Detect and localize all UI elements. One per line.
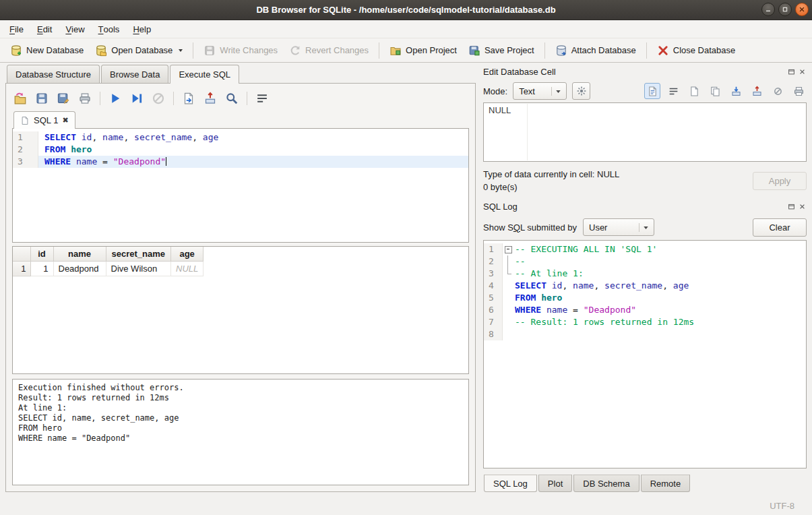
submitted-by-select[interactable]: User xyxy=(583,218,654,236)
sql-log-view[interactable]: 1-- EXECUTING ALL IN 'SQL 1'2--3-- At li… xyxy=(483,240,807,468)
open-results-button[interactable] xyxy=(182,92,195,105)
open-sql-file-button[interactable] xyxy=(13,92,27,105)
cell-id[interactable]: 1 xyxy=(30,261,53,276)
cell-secret-name[interactable]: Dive Wilson xyxy=(106,261,171,276)
close-icon xyxy=(798,5,806,13)
save-project-button[interactable]: Save Project xyxy=(464,42,539,59)
set-as-null-button[interactable] xyxy=(770,83,786,99)
fold-marker-icon[interactable] xyxy=(503,243,513,255)
sql-editor[interactable]: 1SELECT id, name, secret_name, age2FROM … xyxy=(12,128,469,243)
maximize-button[interactable] xyxy=(778,3,792,16)
close-database-icon xyxy=(657,44,669,57)
edit-cell-title: Edit Database Cell xyxy=(483,67,556,77)
tab-remote[interactable]: Remote xyxy=(641,475,691,492)
log-filter-row: Show SQL submitted by User Clear xyxy=(483,214,807,240)
import-data-button[interactable] xyxy=(728,83,744,99)
column-header-id[interactable]: id xyxy=(30,247,53,261)
open-project-button[interactable]: Open Project xyxy=(385,42,462,59)
code-text: -- EXECUTING ALL IN 'SQL 1' xyxy=(513,243,806,255)
minimize-button[interactable] xyxy=(761,3,775,16)
column-header-age[interactable]: age xyxy=(171,247,204,261)
button-label: Save Project xyxy=(485,45,534,55)
output-line: Result: 1 rows returned in 12ms xyxy=(18,393,463,403)
tab-plot[interactable]: Plot xyxy=(538,475,572,492)
window-title: DB Browser for SQLite - /home/user/code/… xyxy=(0,5,812,15)
main-tab-bar: Database StructureBrowse DataExecute SQL xyxy=(5,65,476,83)
clear-button[interactable]: Clear xyxy=(753,218,807,237)
mode-value: Text xyxy=(519,86,535,96)
execute-all-button[interactable] xyxy=(108,92,122,105)
float-panel-icon[interactable] xyxy=(787,202,796,211)
open-database-button[interactable]: Open Database xyxy=(90,42,187,59)
float-panel-icon[interactable] xyxy=(787,67,796,76)
menu-help[interactable]: Help xyxy=(126,20,158,38)
column-header-name[interactable]: name xyxy=(53,247,106,261)
print-data-button[interactable] xyxy=(790,83,807,99)
tab-sql-log[interactable]: SQL Log xyxy=(484,475,537,492)
row-header[interactable]: 1 xyxy=(13,261,30,276)
cell-age[interactable]: NULL xyxy=(171,261,204,276)
line-number: 6 xyxy=(484,304,503,316)
execute-current-line-icon xyxy=(130,92,144,105)
execute-current-line-button[interactable] xyxy=(130,92,144,105)
cell-type-info: Type of data currently in cell: NULL xyxy=(483,168,619,181)
execute-sql-panel: SQL 1 ✖ 1SELECT id, name, secret_name, a… xyxy=(5,83,476,492)
print-sql-button[interactable] xyxy=(78,92,92,105)
export-results-button[interactable] xyxy=(204,92,217,105)
button-label: Open Project xyxy=(406,45,457,55)
apply-button: Apply xyxy=(753,172,807,190)
word-wrap-button[interactable] xyxy=(665,83,681,99)
save-sql-file-button[interactable] xyxy=(35,92,49,105)
toolbar-separator xyxy=(193,42,193,59)
save-sql-file-as-button[interactable] xyxy=(57,92,70,105)
close-panel-icon[interactable] xyxy=(798,67,807,76)
code-text xyxy=(513,328,806,340)
export-data-button[interactable] xyxy=(749,83,765,99)
cell-name[interactable]: Deadpond xyxy=(53,261,106,276)
column-header-secret-name[interactable]: secret_name xyxy=(106,247,171,261)
close-database-button[interactable]: Close Database xyxy=(652,42,741,59)
document-icon xyxy=(20,116,30,125)
tab-execute-sql[interactable]: Execute SQL xyxy=(170,65,239,84)
close-tab-icon[interactable]: ✖ xyxy=(62,116,68,125)
bottom-tab-bar: SQL LogPlotDB SchemaRemote xyxy=(483,475,807,492)
cell-value-editor[interactable]: NULL xyxy=(483,102,807,162)
word-wrap-button[interactable] xyxy=(255,92,269,105)
code-text: FROM hero xyxy=(513,292,806,304)
menu-view[interactable]: View xyxy=(59,20,91,38)
auto-format-button[interactable] xyxy=(572,82,590,100)
execution-output[interactable]: Execution finished without errors.Result… xyxy=(12,379,469,485)
tab-browse-data[interactable]: Browse Data xyxy=(101,65,168,83)
text-mode-button[interactable] xyxy=(644,83,660,99)
line-number: 2 xyxy=(13,144,38,156)
open-database-icon xyxy=(95,44,107,57)
menu-file[interactable]: File xyxy=(3,20,30,38)
copy-data-button[interactable] xyxy=(707,83,723,99)
set-as-null-icon xyxy=(772,86,784,97)
line-number: 4 xyxy=(484,280,503,292)
line-number: 5 xyxy=(484,292,503,304)
fold-column xyxy=(503,304,513,316)
cell-mode-row: Mode: Text xyxy=(483,80,807,102)
close-button[interactable] xyxy=(795,3,809,16)
tab-database-structure[interactable]: Database Structure xyxy=(7,65,100,83)
edit-cell-header: Edit Database Cell xyxy=(483,64,807,80)
tab-sql-1[interactable]: SQL 1 ✖ xyxy=(13,111,75,129)
encoding-status: UTF-8 xyxy=(770,501,794,511)
find-replace-button[interactable] xyxy=(225,92,239,105)
save-sql-file-as-icon xyxy=(57,92,70,105)
open-in-editor-button[interactable] xyxy=(686,83,702,99)
mode-select[interactable]: Text xyxy=(513,82,567,100)
titlebar[interactable]: DB Browser for SQLite - /home/user/code/… xyxy=(0,0,812,20)
tab-db-schema[interactable]: DB Schema xyxy=(573,475,639,492)
attach-database-button[interactable]: Attach Database xyxy=(551,42,641,59)
results-grid: idnamesecret_nameage11DeadpondDive Wilso… xyxy=(13,247,204,276)
close-panel-icon[interactable] xyxy=(798,202,807,211)
header-row: idnamesecret_nameage xyxy=(13,247,204,261)
new-database-button[interactable]: New Database xyxy=(5,42,88,59)
chevron-down-icon xyxy=(179,49,183,52)
menu-tools[interactable]: Tools xyxy=(92,20,127,38)
button-label: Close Database xyxy=(673,45,736,55)
menu-edit[interactable]: Edit xyxy=(30,20,59,38)
open-in-editor-icon xyxy=(689,86,700,97)
